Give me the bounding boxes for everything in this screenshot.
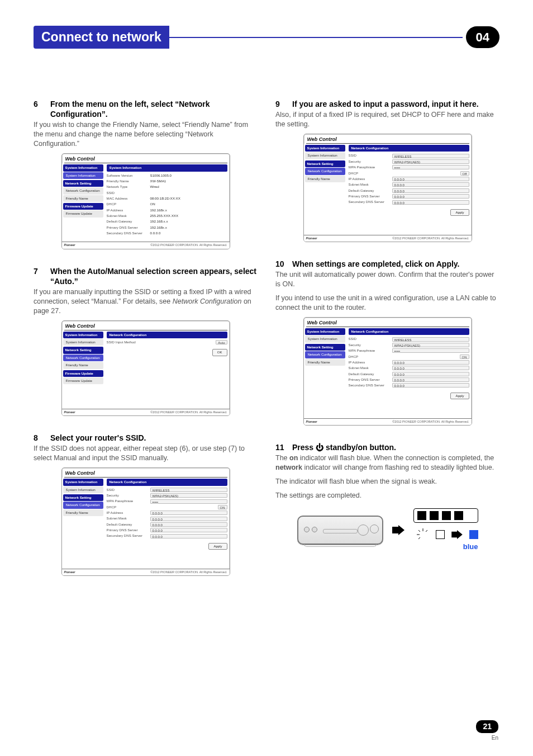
input-wpa-pass[interactable]: •••••: [392, 165, 469, 169]
sidebar-item-friendlyname[interactable]: Friendly Name: [63, 195, 103, 202]
label-security: Security: [349, 159, 392, 164]
label-dhcp: DHCP: [349, 355, 392, 359]
label-wpa-pass: WPA Passphrase: [349, 348, 392, 353]
label-dns1: Primary DNS Server: [349, 194, 392, 199]
select-auto-manual[interactable]: Auto: [216, 340, 227, 344]
input-subnet[interactable]: 0.0.0.0: [150, 517, 227, 521]
sidebar-group-sysinfo: System Information: [305, 328, 345, 335]
input-dns1[interactable]: 0.0.0.0: [150, 528, 227, 532]
label-dhcp: DHCP: [349, 171, 392, 176]
sidebar-item-friendlyname[interactable]: Friendly Name: [305, 359, 345, 366]
web-control-panel-automanual: Web Control System Information System In…: [61, 320, 230, 417]
sidebar-group-fw: Firmware Update: [63, 203, 103, 210]
input-gateway[interactable]: 0.0.0.0: [392, 372, 469, 376]
sidebar-item-netconfig[interactable]: Network Configuration: [305, 168, 345, 174]
apply-button[interactable]: Apply: [450, 393, 469, 399]
value-gateway: 192.168.x.x: [150, 219, 168, 224]
step-9-number: 9: [275, 99, 292, 109]
step-8-body: If the SSID does not appear, either repe…: [34, 444, 258, 463]
input-dns2[interactable]: 0.0.0.0: [392, 383, 469, 388]
step-6-title: From the menu on the left, select “Netwo…: [50, 99, 258, 119]
step-11-heading: 11 Press ⏻ standby/on button.: [275, 442, 499, 452]
select-dhcp[interactable]: Off: [460, 171, 469, 176]
sidebar-item-fwupdate[interactable]: Firmware Update: [63, 210, 103, 217]
value-subnet: 255.255.XXX.XXX: [150, 214, 179, 218]
input-dns1[interactable]: 0.0.0.0: [392, 194, 469, 199]
panel-brand: Pioneer: [64, 243, 75, 247]
sidebar-group-sysinfo: System Information: [63, 479, 103, 485]
label-ssid: SSID: [107, 191, 150, 195]
sidebar-item-fwupdate[interactable]: Firmware Update: [63, 377, 103, 384]
sidebar-item-sysinfo[interactable]: System Information: [63, 486, 103, 493]
sidebar-item-sysinfo[interactable]: System Information: [305, 152, 345, 159]
apply-button[interactable]: Apply: [208, 543, 227, 550]
sidebar-item-netconfig[interactable]: Network Configuration: [63, 187, 103, 194]
step-10-number: 10: [275, 259, 292, 269]
input-gateway[interactable]: 0.0.0.0: [150, 522, 227, 527]
label-dns2: Secondary DNS Server: [349, 383, 392, 388]
step-11-body2: The indicator will flash blue when the s…: [275, 477, 499, 486]
step-6-body: If you wish to change the Friendly Name,…: [34, 120, 258, 149]
step-6-heading: 6 From the menu on the left, select “Net…: [34, 99, 258, 119]
sidebar-group-netsetting: Network Setting: [305, 344, 345, 351]
input-ssid[interactable]: WIRELESS: [392, 337, 469, 342]
select-dhcp[interactable]: ON: [460, 355, 469, 359]
sidebar-item-friendlyname[interactable]: Friendly Name: [63, 509, 103, 516]
label-security: Security: [107, 493, 150, 498]
chapter-title: Connect to network: [34, 26, 169, 49]
sidebar-item-sysinfo[interactable]: System Information: [63, 339, 103, 346]
panel-copyright: ©2012 PIONEER CORPORATION. All Rights Re…: [392, 237, 469, 240]
label-subnet: Subnet Mask: [107, 516, 150, 521]
input-gateway[interactable]: 0.0.0.0: [392, 188, 469, 193]
svg-marker-0: [392, 525, 404, 535]
label-dns1: Primary DNS Server: [107, 225, 150, 230]
label-wpa-pass: WPA Passphrase: [349, 165, 392, 169]
input-ip[interactable]: 0.0.0.0: [150, 511, 227, 515]
step-10-body2: If you intend to use the unit in a wired…: [275, 294, 499, 313]
step-9-body: Also, if input of a fixed IP is required…: [275, 110, 499, 129]
sidebar-item-friendlyname[interactable]: Friendly Name: [63, 362, 103, 368]
device-front-illustration: [297, 516, 383, 545]
apply-button[interactable]: Apply: [450, 209, 469, 216]
step-7-heading: 7 When the Auto/Manual selection screen …: [34, 266, 258, 286]
value-dhcp: ON: [150, 202, 155, 206]
sidebar-group-fw: Firmware Update: [63, 370, 103, 377]
web-control-panel-netconfig-9: Web Control System Information System In…: [303, 134, 472, 242]
label-dns2: Secondary DNS Server: [107, 533, 150, 538]
input-subnet[interactable]: 0.0.0.0: [392, 182, 469, 187]
input-ip[interactable]: 0.0.0.0: [392, 177, 469, 181]
input-dns2[interactable]: 0.0.0.0: [150, 534, 227, 538]
input-ip[interactable]: 0.0.0.0: [392, 360, 469, 365]
label-gateway: Default Gateway: [349, 188, 392, 193]
select-dhcp[interactable]: ON: [218, 505, 227, 509]
input-ssid[interactable]: WIRELESS: [392, 154, 469, 158]
value-dns1: 192.168x.x: [150, 225, 167, 230]
led-indicator: [442, 511, 451, 520]
panel-title: Web Control: [62, 154, 230, 162]
input-subnet[interactable]: 0.0.0.0: [392, 366, 469, 370]
input-dns2[interactable]: 0.0.0.0: [392, 200, 469, 205]
panel-copyright: ©2012 PIONEER CORPORATION. All Rights Re…: [150, 243, 227, 247]
led-indicator: [454, 511, 463, 520]
input-wpa-pass[interactable]: •••••: [150, 499, 227, 504]
input-ssid[interactable]: WIRELESS: [150, 488, 227, 492]
sidebar-item-netconfig[interactable]: Network Configuration: [305, 351, 345, 358]
select-security[interactable]: WPA2-PSK(AES): [392, 343, 469, 347]
input-dns1[interactable]: 0.0.0.0: [392, 377, 469, 382]
sidebar-item-netconfig[interactable]: Network Configuration: [63, 355, 103, 361]
step-10-body1: The unit will automatically power down. …: [275, 270, 499, 289]
sidebar-item-sysinfo[interactable]: System Information: [305, 336, 345, 342]
select-security[interactable]: WPA2-PSK(AES): [150, 493, 227, 498]
sidebar-group-netsetting: Network Setting: [305, 160, 345, 167]
arrow-right-icon: [451, 530, 463, 539]
sidebar-item-friendlyname[interactable]: Friendly Name: [305, 176, 345, 182]
svg-line-3: [418, 530, 420, 532]
value-dns2: 0.0.0.0: [150, 231, 161, 235]
input-wpa-pass[interactable]: •••••: [392, 348, 469, 353]
ok-button[interactable]: OK: [212, 349, 227, 356]
panel-copyright: ©2012 PIONEER CORPORATION. All Rights Re…: [392, 420, 469, 424]
sidebar-item-sysinfo[interactable]: System Information: [63, 172, 103, 179]
sidebar-item-netconfig[interactable]: Network Configuration: [63, 502, 103, 508]
svg-marker-6: [451, 530, 463, 539]
select-security[interactable]: WPA2-PSK(AES): [392, 159, 469, 164]
